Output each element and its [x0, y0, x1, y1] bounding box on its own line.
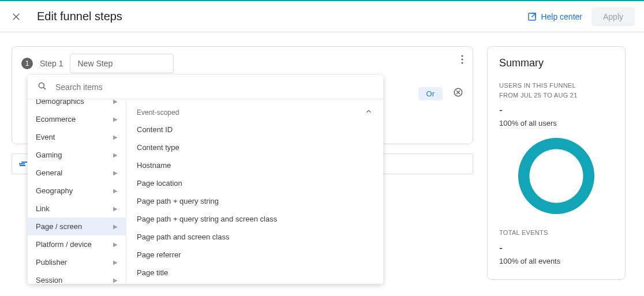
chevron-right-icon: ▶ — [113, 223, 118, 230]
kebab-icon[interactable] — [461, 55, 463, 66]
chevron-right-icon: ▶ — [113, 188, 118, 194]
chevron-right-icon: ▶ — [113, 116, 118, 122]
or-button[interactable]: Or — [418, 87, 443, 100]
category-label: Gaming — [36, 151, 62, 159]
dimension-item[interactable]: Page title — [126, 264, 383, 282]
dimension-item[interactable]: Hostname — [126, 156, 383, 174]
items-list[interactable]: Event-scoped Content IDContent typeHostn… — [126, 99, 383, 284]
apply-button[interactable]: Apply — [591, 8, 635, 26]
step-number-badge: 1 — [21, 58, 33, 69]
svg-rect-12 — [20, 165, 25, 166]
svg-point-6 — [461, 62, 463, 63]
category-list[interactable]: Demographics▶Ecommerce▶Event▶Gaming▶Gene… — [28, 99, 126, 284]
dimension-item[interactable]: Page location — [126, 174, 383, 192]
chevron-right-icon: ▶ — [113, 241, 118, 248]
chevron-right-icon: ▶ — [113, 99, 118, 104]
category-label: Geography — [36, 186, 73, 195]
dimension-picker: Demographics▶Ecommerce▶Event▶Gaming▶Gene… — [28, 75, 383, 284]
remove-condition-icon[interactable] — [453, 87, 463, 99]
chevron-right-icon: ▶ — [113, 152, 118, 158]
header-bar: Edit funnel steps Help center Apply — [0, 0, 644, 32]
category-item[interactable]: Geography▶ — [28, 182, 126, 200]
search-icon — [37, 81, 47, 93]
step-name-input[interactable] — [70, 54, 174, 73]
category-item[interactable]: Link▶ — [28, 200, 126, 218]
dimension-item[interactable]: Page path + query string and screen clas… — [126, 210, 383, 228]
category-label: Platform / device — [36, 240, 92, 249]
chevron-right-icon: ▶ — [113, 205, 118, 212]
steps-panel: 1 Step 1 Or — [12, 46, 473, 174]
chevron-right-icon: ▶ — [113, 170, 118, 176]
dimension-item[interactable]: Page referrer — [126, 246, 383, 264]
users-label-2: FROM JUL 25 TO AUG 21 — [499, 91, 613, 100]
svg-line-3 — [532, 13, 536, 17]
chevron-up-icon[interactable] — [365, 107, 373, 117]
category-item[interactable]: Gaming▶ — [28, 146, 126, 164]
chevron-right-icon: ▶ — [113, 259, 118, 265]
dimension-item[interactable]: Content ID — [126, 121, 383, 138]
category-label: Demographics — [36, 99, 84, 106]
events-label: TOTAL EVENTS — [499, 228, 613, 238]
dimension-item[interactable]: Content type — [126, 138, 383, 156]
category-label: Ecommerce — [36, 115, 76, 123]
category-label: Publisher — [36, 258, 67, 267]
category-item[interactable]: Demographics▶ — [28, 99, 126, 110]
users-sub: 100% of all users — [499, 119, 613, 128]
users-value: - — [499, 104, 613, 117]
users-label-1: USERS IN THIS FUNNEL — [499, 81, 613, 91]
scope-label: Event-scoped — [137, 108, 179, 117]
category-label: Session — [36, 276, 62, 284]
chevron-right-icon: ▶ — [113, 277, 118, 283]
help-center-label: Help center — [541, 12, 582, 21]
chevron-right-icon: ▶ — [113, 134, 118, 140]
category-label: Event — [36, 133, 55, 141]
help-center-link[interactable]: Help center — [527, 12, 582, 22]
category-item[interactable]: Event▶ — [28, 128, 126, 146]
category-label: General — [36, 168, 62, 177]
svg-rect-11 — [21, 162, 27, 163]
category-item[interactable]: Platform / device▶ — [28, 235, 126, 253]
summary-title: Summary — [499, 57, 613, 69]
svg-point-4 — [461, 55, 463, 57]
dimension-item[interactable]: Page path and screen class — [126, 228, 383, 246]
search-input[interactable] — [55, 83, 374, 92]
category-item[interactable]: Session▶ — [28, 271, 126, 284]
category-item[interactable]: Publisher▶ — [28, 253, 126, 271]
category-item[interactable]: Page / screen▶ — [28, 218, 126, 235]
svg-rect-10 — [19, 163, 25, 164]
svg-point-13 — [39, 83, 44, 88]
svg-line-14 — [43, 87, 46, 89]
page-title: Edit funnel steps — [37, 10, 527, 23]
step-label: Step 1 — [40, 59, 63, 68]
category-item[interactable]: General▶ — [28, 164, 126, 182]
close-icon[interactable] — [9, 10, 23, 24]
dimension-item[interactable]: Page path + query string — [126, 192, 383, 210]
events-value: - — [499, 242, 613, 254]
category-label: Page / screen — [36, 222, 82, 231]
summary-panel: Summary USERS IN THIS FUNNEL FROM JUL 25… — [487, 46, 626, 280]
svg-point-5 — [461, 58, 463, 60]
category-item[interactable]: Ecommerce▶ — [28, 110, 126, 128]
events-sub: 100% of all events — [499, 257, 613, 265]
category-label: Link — [36, 204, 50, 213]
donut-chart — [518, 138, 594, 214]
